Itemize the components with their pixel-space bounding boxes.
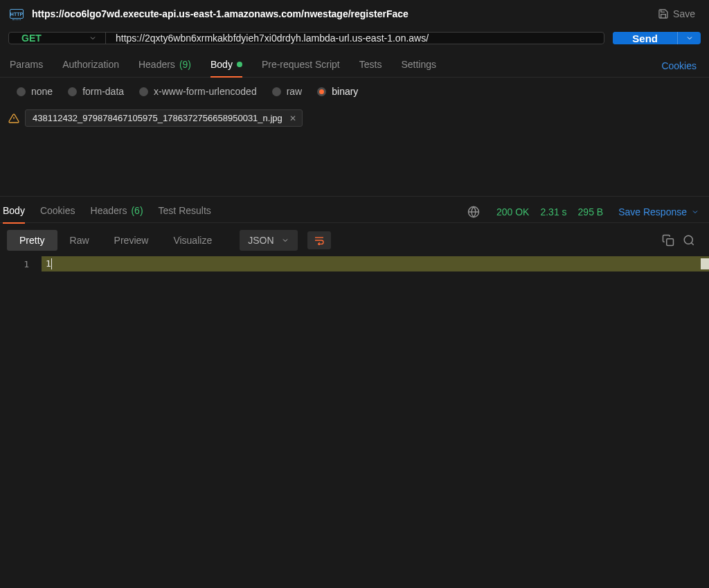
response-tab-body[interactable]: Body (3, 201, 25, 223)
body-modified-dot-icon (237, 62, 242, 67)
line-content: 1 (42, 258, 709, 270)
cookies-link[interactable]: Cookies (661, 60, 699, 71)
svg-line-7 (691, 242, 693, 244)
copy-icon (662, 234, 674, 247)
radio-icon (139, 87, 148, 96)
response-editor[interactable]: 1 1 (0, 256, 709, 547)
copy-button[interactable] (658, 231, 679, 249)
tab-prerequest[interactable]: Pre-request Script (262, 55, 340, 77)
chevron-down-icon (691, 208, 699, 216)
remove-file-icon[interactable]: ✕ (289, 114, 296, 123)
chevron-down-icon (685, 34, 694, 42)
response-tab-cookies[interactable]: Cookies (40, 201, 75, 223)
view-visualize[interactable]: Visualize (161, 230, 224, 251)
radio-icon (317, 87, 326, 96)
body-type-urlencoded-label: x-www-form-urlencoded (154, 86, 257, 97)
method-label: GET (21, 33, 42, 44)
tab-headers-count: (9) (179, 59, 191, 70)
url-input[interactable]: https://2qxty6wbn6xrmkakbfdyieh7xi0drdyh… (106, 33, 604, 44)
tab-body-label: Body (210, 59, 233, 70)
radio-icon (68, 87, 77, 96)
svg-point-6 (684, 235, 692, 244)
search-icon (683, 234, 695, 247)
body-type-form-data-label: form-data (82, 86, 124, 97)
wrap-lines-button[interactable] (307, 231, 331, 249)
chevron-down-icon (281, 236, 289, 244)
http-badge-icon: HTTP (10, 9, 24, 19)
view-raw[interactable]: Raw (57, 230, 102, 251)
save-response-label: Save Response (618, 206, 687, 217)
text-cursor-icon (51, 258, 52, 269)
tab-settings[interactable]: Settings (401, 55, 436, 77)
editor-line: 1 1 (0, 256, 709, 271)
radio-icon (17, 87, 26, 96)
tab-body[interactable]: Body (210, 55, 242, 77)
status-size: 295 B (578, 206, 604, 217)
body-type-form-data[interactable]: form-data (68, 86, 124, 97)
binary-file-chip[interactable]: 438112432_979878467105975_17863727566589… (25, 109, 303, 127)
response-tab-headers-count: (6) (131, 205, 143, 216)
svg-rect-5 (667, 239, 674, 246)
send-button[interactable]: Send (613, 32, 677, 44)
response-tab-headers-label: Headers (91, 205, 127, 216)
radio-icon (272, 87, 281, 96)
response-tab-test-results[interactable]: Test Results (159, 201, 211, 223)
save-button[interactable]: Save (652, 6, 701, 22)
view-preview[interactable]: Preview (102, 230, 161, 251)
line-number: 1 (0, 256, 42, 271)
tab-tests[interactable]: Tests (359, 55, 382, 77)
method-url-group: GET https://2qxty6wbn6xrmkakbfdyieh7xi0d… (8, 32, 604, 44)
save-response-button[interactable]: Save Response (618, 206, 699, 217)
tab-authorization[interactable]: Authorization (62, 55, 119, 77)
format-select[interactable]: JSON (240, 230, 297, 251)
body-type-raw-label: raw (287, 86, 303, 97)
globe-icon[interactable] (467, 206, 480, 218)
line-text: 1 (46, 258, 51, 269)
body-type-binary[interactable]: binary (317, 86, 358, 97)
body-type-urlencoded[interactable]: x-www-form-urlencoded (139, 86, 257, 97)
format-label: JSON (248, 235, 273, 246)
line-end-marker (701, 258, 709, 270)
warning-icon (8, 113, 19, 124)
wrap-icon (314, 235, 325, 245)
body-type-binary-label: binary (332, 86, 358, 97)
view-pretty[interactable]: Pretty (7, 230, 57, 251)
request-title: https://oco6lgo7wd.execute-api.us-east-1… (32, 8, 644, 19)
binary-file-name: 438112432_979878467105975_17863727566589… (33, 113, 282, 123)
method-select[interactable]: GET (9, 33, 106, 44)
search-button[interactable] (679, 231, 699, 249)
send-dropdown[interactable] (677, 32, 701, 44)
save-button-label: Save (673, 8, 695, 19)
body-type-none[interactable]: none (17, 86, 53, 97)
status-code: 200 OK (496, 206, 529, 217)
save-icon (658, 8, 669, 19)
tab-headers[interactable]: Headers (9) (138, 55, 191, 77)
tab-headers-label: Headers (138, 59, 175, 70)
status-time: 2.31 s (540, 206, 566, 217)
body-type-raw[interactable]: raw (272, 86, 303, 97)
body-type-none-label: none (31, 86, 53, 97)
response-tab-headers[interactable]: Headers (6) (91, 201, 143, 223)
chevron-down-icon (89, 34, 97, 42)
tab-params[interactable]: Params (10, 55, 43, 77)
